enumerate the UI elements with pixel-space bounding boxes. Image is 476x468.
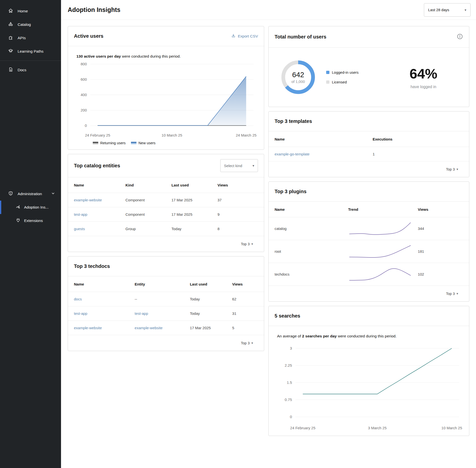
donut-value: 642 [292,71,304,79]
table-row: example-go-template 1 [269,147,469,161]
column-header: Views [218,183,258,187]
top-catalog-entities-card: Top catalog entities Select kind ▾ Name … [68,154,264,252]
percent-value: 64% [410,66,437,82]
svg-text:0.75: 0.75 [285,397,292,402]
cell-last-used: Today [190,297,232,301]
card-title: Top catalog entities [74,163,120,169]
cell-views: 8 [218,227,258,231]
top-n-value: Top 3 [446,292,455,296]
cell-last-used: Today [171,227,218,231]
svg-text:2.25: 2.25 [285,363,292,367]
left-column: Active users Export CSV 130 active users… [68,26,264,351]
entity-link[interactable]: test-app [135,311,148,316]
top-n-select[interactable]: Top 3 ▾ [269,161,469,177]
column-header: Trend [348,207,418,212]
trend-sparkline [348,267,412,282]
active-users-summary: 130 active users per day were conducted … [76,54,258,59]
sidebar-item-label: Catalog [18,22,31,27]
techdoc-link[interactable]: example-website [74,326,102,330]
export-csv-button[interactable]: Export CSV [231,34,258,39]
table-header-row: Name Entity Last used Views [68,276,264,292]
info-button[interactable] [457,33,463,40]
column-header: Name [275,207,348,212]
table-row: root 181 [269,240,469,263]
licensed-swatch [326,80,329,84]
page-title: Adoption Insights [68,6,120,13]
top-n-value: Top 3 [446,167,455,171]
new-users-swatch [131,142,136,144]
info-icon [457,33,463,40]
entity-link[interactable]: example-website [74,198,102,202]
kind-select-value: Select kind [224,164,242,168]
cell-last-used: 17 Mar 2025 [171,198,218,202]
cell-last-used: 17 Mar 2025 [190,326,232,330]
sidebar-divider [0,61,61,61]
chevron-down-icon: ▾ [253,164,254,168]
chevron-down-icon: ▾ [251,242,253,246]
active-users-chart: 800600400200024 February 2510 March 2524… [74,60,258,139]
kind-select[interactable]: Select kind ▾ [220,159,258,172]
percent-block: 64% have logged in [410,66,437,89]
date-range-select[interactable]: Last 28 days ▾ [424,3,471,17]
sidebar-item-administration[interactable]: Administration [0,187,61,201]
cell-plugin-name: techdocs [275,272,348,276]
top-plugins-card: Top 3 plugins Name Trend Views catalog 3… [268,181,469,302]
card-title: Top 3 templates [275,118,312,124]
top-n-select[interactable]: Top 3 ▾ [68,335,264,351]
techdoc-link[interactable]: docs [74,297,82,301]
table-header-row: Name Kind Last used Views [68,177,264,193]
cell-views: 344 [418,226,463,231]
sidebar-item-adoption-insights[interactable]: Adoption Ins... [0,201,61,214]
cell-views: 31 [232,311,258,316]
template-link[interactable]: example-go-template [275,152,310,156]
column-header: Executions [373,137,463,141]
svg-text:3: 3 [290,346,292,350]
entity-link[interactable]: guests [74,227,85,231]
svg-text:400: 400 [81,93,87,97]
shield-icon [8,191,13,197]
home-icon [8,8,13,14]
svg-text:24 February 25: 24 February 25 [85,133,110,137]
sidebar-item-learning-paths[interactable]: Learning Paths [0,45,61,58]
sidebar-item-label: Extensions [24,218,43,223]
table-row: test-app Component 17 Mar 2025 9 [68,207,264,221]
chart-legend: Returning users New users [74,141,258,145]
cell-plugin-name: root [275,249,348,253]
sidebar-admin-group: Administration Adoption Ins... Extension… [0,187,61,227]
table-row: guests Group Today 8 [68,221,264,236]
top-n-select[interactable]: Top 3 ▾ [269,286,469,301]
techdoc-link[interactable]: test-app [74,311,87,316]
cell-kind: Component [126,212,172,216]
main-area: Adoption Insights Last 28 days ▾ Active … [61,0,476,468]
top-n-value: Top 3 [241,341,250,345]
entity-link[interactable]: example-website [135,326,163,330]
trend-sparkline [348,221,412,236]
card-title: Top 3 techdocs [74,263,110,269]
cell-kind: Group [126,227,172,231]
sidebar-item-apis[interactable]: APIs [0,31,61,45]
sidebar-item-label: Home [18,9,28,13]
catalog-icon [8,22,13,28]
total-users-card: Total number of users 642 of 1,000 [268,26,469,107]
logged-in-donut-chart: 642 of 1,000 [280,59,317,96]
chevron-down-icon [51,191,55,196]
chevron-down-icon: ▾ [465,8,466,12]
cell-views: 37 [218,198,258,202]
sidebar-item-home[interactable]: Home [0,4,61,18]
percent-caption: have logged in [410,85,437,89]
svg-text:10 March 25: 10 March 25 [161,133,182,137]
top-n-select[interactable]: Top 3 ▾ [68,236,264,252]
svg-text:24 March 25: 24 March 25 [236,133,256,137]
sidebar-item-extensions[interactable]: Extensions [0,214,61,227]
sidebar-item-catalog[interactable]: Catalog [0,18,61,31]
insights-icon [16,204,21,210]
sidebar-item-docs[interactable]: Docs [0,63,61,77]
entity-link[interactable]: test-app [74,212,87,216]
column-header: Last used [190,282,232,286]
sidebar-item-label: Adoption Ins... [24,205,49,210]
cell-views: 9 [218,212,258,216]
legend-new-users: New users [131,141,156,145]
donut-total: of 1,000 [291,79,305,84]
column-header: Name [275,137,373,141]
donut-legend: Logged-in users Licensed [326,70,359,84]
